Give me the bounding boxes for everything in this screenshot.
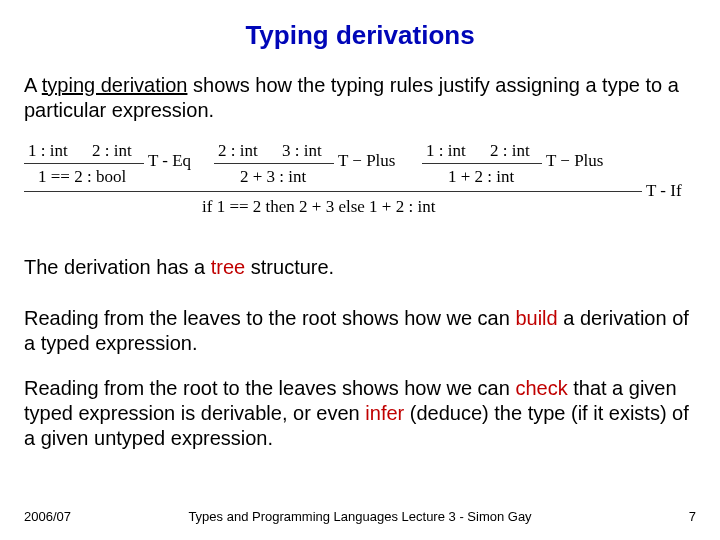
premise: 2 : int <box>92 141 132 161</box>
premise: 1 : int <box>28 141 68 161</box>
check-infer-paragraph: Reading from the root to the leaves show… <box>24 376 696 451</box>
conclusion-main: if 1 == 2 then 2 + 3 else 1 + 2 : int <box>202 197 435 217</box>
text: structure. <box>245 256 334 278</box>
keyword-typing-derivation: typing derivation <box>42 74 188 96</box>
conclusion: 2 + 3 : int <box>240 167 306 187</box>
intro-paragraph: A typing derivation shows how the typing… <box>24 73 696 123</box>
inference-line <box>24 163 144 164</box>
premise: 2 : int <box>490 141 530 161</box>
build-paragraph: Reading from the leaves to the root show… <box>24 306 696 356</box>
inference-line <box>24 191 642 192</box>
rule-name-t-plus: T − Plus <box>546 151 603 171</box>
page-number: 7 <box>689 509 696 524</box>
slide-title: Typing derivations <box>24 20 696 51</box>
tree-paragraph: The derivation has a tree structure. <box>24 255 696 280</box>
slide: Typing derivations A typing derivation s… <box>0 0 720 540</box>
conclusion: 1 + 2 : int <box>448 167 514 187</box>
keyword-build: build <box>515 307 557 329</box>
inference-line <box>214 163 334 164</box>
conclusion: 1 == 2 : bool <box>38 167 126 187</box>
text: A <box>24 74 42 96</box>
inference-line <box>422 163 542 164</box>
keyword-check: check <box>515 377 567 399</box>
rule-name-t-if: T - If <box>646 181 682 201</box>
keyword-tree: tree <box>211 256 245 278</box>
text: The derivation has a <box>24 256 211 278</box>
premise: 1 : int <box>426 141 466 161</box>
text: Reading from the root to the leaves show… <box>24 377 515 399</box>
keyword-infer: infer <box>365 402 404 424</box>
rule-name-t-plus: T − Plus <box>338 151 395 171</box>
premise: 2 : int <box>218 141 258 161</box>
text: Reading from the leaves to the root show… <box>24 307 515 329</box>
rule-name-t-eq: T - Eq <box>148 151 191 171</box>
footer-course: Types and Programming Languages Lecture … <box>24 509 696 524</box>
premise: 3 : int <box>282 141 322 161</box>
derivation-figure: 1 : int 2 : int T - Eq 1 == 2 : bool 2 :… <box>24 141 696 227</box>
